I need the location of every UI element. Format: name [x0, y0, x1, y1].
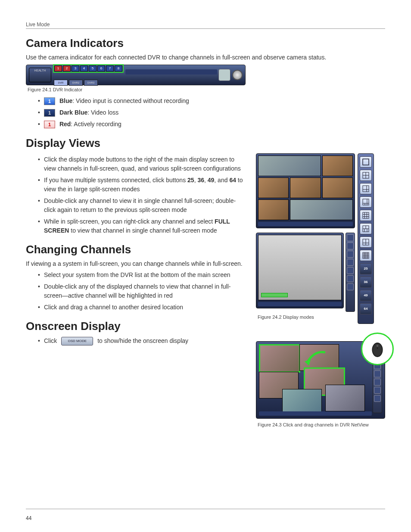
channel-8: 8 — [115, 65, 122, 72]
legend-dblue-label: Dark Blue — [59, 109, 87, 116]
mode-1plus12-icon — [360, 223, 372, 234]
legend-dark-blue: 1 Dark Blue: Video loss — [44, 108, 385, 117]
mode-1plus5-icon — [360, 183, 372, 194]
changing-channels-list: Select your system from the DVR list at … — [26, 271, 247, 312]
side-btn-icon — [347, 243, 354, 249]
page-number: 44 — [26, 515, 31, 521]
panel-bottom-bar — [258, 222, 353, 226]
side-btn-icon — [347, 275, 354, 282]
panel-bottom-bar — [259, 411, 372, 416]
toolbar-end-button — [218, 69, 230, 81]
toolbar-strip — [125, 69, 217, 75]
osd-mode-button-icon: OSD MODE — [61, 337, 93, 345]
camera-intro-text: Use the camera indicator for each connec… — [26, 53, 385, 62]
svg-rect-4 — [363, 186, 369, 192]
header-section: Live Mode — [26, 22, 385, 28]
channel-4: 4 — [80, 65, 88, 72]
legend-red-label: Red — [59, 121, 71, 128]
side-btn-icon — [347, 283, 354, 290]
heading-changing-channels: Changing Channels — [26, 243, 247, 256]
figure-dvr-indicator: HEALTH 1 2 3 4 5 6 7 8 DVR DVR2 DVR3 — [26, 65, 246, 85]
dvr-tabs: DVR DVR2 DVR3 — [54, 80, 124, 86]
thumb-icon — [258, 156, 321, 176]
channel-5: 5 — [89, 65, 97, 72]
dvr-tab-2: DVR2 — [69, 80, 83, 86]
display-item-3: Double-click any channel to view it in s… — [44, 196, 247, 215]
channel-strip: 1 2 3 4 5 6 7 8 — [53, 64, 124, 73]
heading-display-views: Display Views — [26, 137, 385, 150]
channel-2: 2 — [63, 65, 71, 72]
display-views-list: Click the display mode buttons to the ri… — [26, 155, 247, 235]
legend-blue-desc: : Video input is connected without recor… — [72, 97, 189, 104]
osd-post-text: to show/hide the onscreen display — [97, 337, 188, 344]
changing-item-1: Select your system from the DVR list at … — [44, 271, 247, 280]
thumb-icon — [322, 156, 353, 176]
mode-64-button: 64 — [360, 303, 372, 314]
onscreen-item: Click OSD MODE to show/hide the onscreen… — [44, 336, 247, 345]
single-channel-panel — [256, 233, 344, 308]
legend-blue-label: Blue — [59, 97, 72, 104]
channel-7: 7 — [106, 65, 114, 72]
dvr-tab-3: DVR3 — [84, 80, 98, 86]
side-btn-icon — [374, 395, 381, 402]
red-badge-icon: 1 — [44, 121, 55, 128]
changing-item-2: Double-click any of the displayed channe… — [44, 282, 247, 300]
figure-3-caption: Figure 24.3 Click and drag channels in D… — [258, 422, 385, 427]
figure-display-modes: Figure 24.2 Display modes 25 36 49 64 — [256, 153, 385, 324]
mode-1x1-icon — [360, 156, 372, 168]
side-btn-icon — [374, 387, 381, 394]
svg-rect-11 — [363, 212, 369, 218]
side-btn-icon — [374, 379, 381, 386]
side-btn-icon — [347, 234, 354, 241]
svg-rect-7 — [363, 199, 369, 205]
figure-2-caption: Figure 24.2 Display modes — [258, 314, 355, 320]
legend-red-desc: : Actively recording — [71, 121, 121, 128]
display-item-1: Click the display mode buttons to the ri… — [44, 155, 247, 173]
figure-1-caption: Figure 24.1 DVR Indicator — [28, 87, 385, 92]
mode-3x3-icon — [360, 210, 372, 221]
thumb-icon — [290, 199, 353, 220]
mode-36-button: 36 — [360, 277, 372, 288]
legend-red: 1 Red: Actively recording — [44, 120, 385, 129]
side-btn-icon — [347, 259, 354, 266]
thumb-icon — [258, 177, 289, 198]
footer-rule — [26, 509, 385, 509]
thumb-icon — [258, 199, 289, 220]
thumb-icon — [290, 177, 321, 198]
changing-item-3: Click and drag a channel to another desi… — [44, 303, 247, 312]
mode-2x2-icon — [360, 170, 372, 181]
mode-4x4-icon — [360, 250, 372, 261]
mode-25-button: 25 — [360, 263, 372, 274]
single-thumb-icon — [258, 235, 342, 300]
dark-blue-badge-icon: 1 — [44, 109, 55, 117]
panel-bottom-bar — [258, 302, 342, 306]
display-mode-sidebar: 25 36 49 64 — [358, 153, 374, 324]
thumb-icon — [325, 385, 365, 411]
blue-badge-icon: 1 — [44, 97, 55, 105]
onscreen-list: Click OSD MODE to show/hide the onscreen… — [26, 336, 247, 345]
osd-pre-text: Click — [44, 337, 57, 344]
display-item-2: If you have multiple systems connected, … — [44, 176, 247, 194]
side-btn-icon — [347, 267, 354, 274]
svg-rect-0 — [363, 159, 369, 165]
mode-1plus7-icon — [360, 196, 372, 208]
thumb-icon — [322, 177, 353, 198]
heading-onscreen-display: Onscreen Display — [26, 320, 247, 333]
channel-1: 1 — [54, 65, 62, 72]
channel-3: 3 — [72, 65, 79, 72]
header-rule — [26, 28, 385, 29]
legend-dblue-desc: : Video loss — [87, 109, 118, 116]
display-item-4: While in split-screen, you can right-cli… — [44, 217, 247, 235]
mode-49-button: 49 — [360, 290, 372, 301]
svg-marker-31 — [305, 360, 311, 366]
mouse-icon — [361, 333, 394, 365]
side-btn-icon — [374, 370, 381, 377]
jog-knob-icon — [232, 70, 243, 80]
drag-arrow-icon — [304, 350, 330, 367]
side-btn-icon — [347, 251, 354, 258]
dvr-tab-1: DVR — [54, 80, 68, 86]
drag-source-thumb — [259, 344, 300, 373]
legend-blue: 1 Blue: Video input is connected without… — [44, 96, 385, 106]
mode-2plus8-icon — [360, 236, 372, 248]
health-button: HEALTH — [29, 68, 51, 82]
